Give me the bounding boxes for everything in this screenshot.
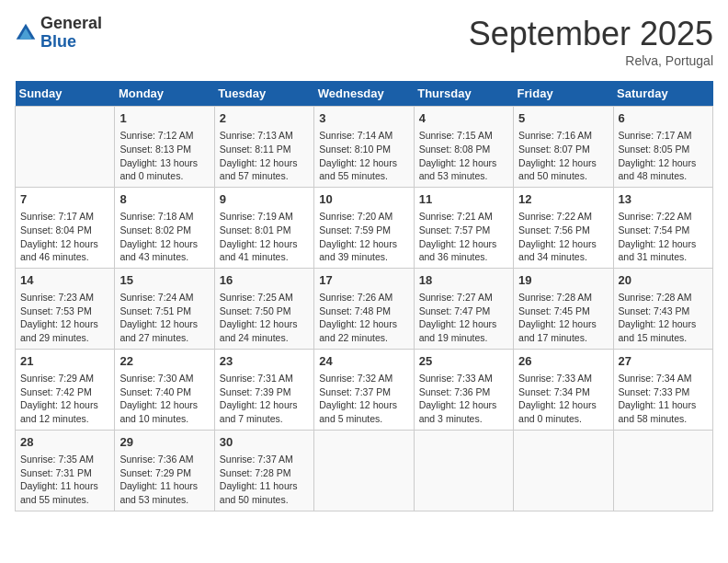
header-cell-saturday: Saturday xyxy=(613,81,712,107)
day-info: Sunrise: 7:34 AMSunset: 7:33 PMDaylight:… xyxy=(619,372,708,426)
day-number: 12 xyxy=(518,191,608,208)
day-number: 15 xyxy=(119,272,209,289)
week-row-1: 1Sunrise: 7:12 AMSunset: 8:13 PMDaylight… xyxy=(16,107,713,188)
calendar-cell xyxy=(314,430,414,511)
day-info: Sunrise: 7:12 AMSunset: 8:13 PMDaylight:… xyxy=(119,129,209,183)
day-info: Sunrise: 7:37 AMSunset: 7:28 PMDaylight:… xyxy=(220,453,309,507)
week-row-5: 28Sunrise: 7:35 AMSunset: 7:31 PMDayligh… xyxy=(16,430,713,511)
calendar-cell: 18Sunrise: 7:27 AMSunset: 7:47 PMDayligh… xyxy=(414,268,513,349)
day-info: Sunrise: 7:26 AMSunset: 7:48 PMDaylight:… xyxy=(319,291,408,345)
title-block: September 2025 Relva, Portugal xyxy=(469,15,713,68)
day-number: 26 xyxy=(518,353,608,370)
day-number: 24 xyxy=(319,353,408,370)
day-number: 4 xyxy=(419,110,508,127)
day-number: 8 xyxy=(119,191,209,208)
calendar-cell: 11Sunrise: 7:21 AMSunset: 7:57 PMDayligh… xyxy=(414,187,513,268)
calendar-cell xyxy=(16,107,115,188)
day-info: Sunrise: 7:32 AMSunset: 7:37 PMDaylight:… xyxy=(319,372,408,426)
header-cell-tuesday: Tuesday xyxy=(214,81,313,107)
header-cell-friday: Friday xyxy=(514,81,613,107)
header-cell-monday: Monday xyxy=(115,81,214,107)
calendar-cell: 3Sunrise: 7:14 AMSunset: 8:10 PMDaylight… xyxy=(314,107,414,188)
day-number: 10 xyxy=(319,191,408,208)
day-number: 9 xyxy=(220,191,309,208)
day-number: 17 xyxy=(319,272,408,289)
day-info: Sunrise: 7:36 AMSunset: 7:29 PMDaylight:… xyxy=(119,453,209,507)
day-info: Sunrise: 7:15 AMSunset: 8:08 PMDaylight:… xyxy=(419,129,508,183)
calendar-cell: 26Sunrise: 7:33 AMSunset: 7:34 PMDayligh… xyxy=(514,349,613,430)
day-info: Sunrise: 7:30 AMSunset: 7:40 PMDaylight:… xyxy=(119,372,209,426)
logo-general-text: General xyxy=(40,14,102,32)
day-number: 14 xyxy=(20,272,109,289)
day-number: 30 xyxy=(220,434,309,451)
header-row: SundayMondayTuesdayWednesdayThursdayFrid… xyxy=(16,81,713,107)
day-number: 29 xyxy=(119,434,209,451)
logo-blue-text: Blue xyxy=(40,32,76,51)
day-info: Sunrise: 7:17 AMSunset: 8:05 PMDaylight:… xyxy=(619,129,708,183)
day-info: Sunrise: 7:18 AMSunset: 8:02 PMDaylight:… xyxy=(119,210,209,264)
location-text: Relva, Portugal xyxy=(469,53,713,68)
logo: General Blue xyxy=(15,15,102,52)
day-number: 18 xyxy=(419,272,508,289)
day-info: Sunrise: 7:24 AMSunset: 7:51 PMDaylight:… xyxy=(119,291,209,345)
day-number: 22 xyxy=(119,353,209,370)
page-header: General Blue September 2025 Relva, Portu… xyxy=(15,15,713,68)
day-info: Sunrise: 7:33 AMSunset: 7:36 PMDaylight:… xyxy=(419,372,508,426)
day-info: Sunrise: 7:21 AMSunset: 7:57 PMDaylight:… xyxy=(419,210,508,264)
day-info: Sunrise: 7:31 AMSunset: 7:39 PMDaylight:… xyxy=(220,372,309,426)
day-info: Sunrise: 7:16 AMSunset: 8:07 PMDaylight:… xyxy=(518,129,608,183)
day-info: Sunrise: 7:23 AMSunset: 7:53 PMDaylight:… xyxy=(20,291,109,345)
calendar-cell: 1Sunrise: 7:12 AMSunset: 8:13 PMDaylight… xyxy=(115,107,214,188)
calendar-cell: 12Sunrise: 7:22 AMSunset: 7:56 PMDayligh… xyxy=(514,187,613,268)
calendar-cell: 24Sunrise: 7:32 AMSunset: 7:37 PMDayligh… xyxy=(314,349,414,430)
month-title: September 2025 xyxy=(469,15,713,53)
day-info: Sunrise: 7:25 AMSunset: 7:50 PMDaylight:… xyxy=(220,291,309,345)
day-info: Sunrise: 7:17 AMSunset: 8:04 PMDaylight:… xyxy=(20,210,109,264)
day-info: Sunrise: 7:27 AMSunset: 7:47 PMDaylight:… xyxy=(419,291,508,345)
calendar-cell: 10Sunrise: 7:20 AMSunset: 7:59 PMDayligh… xyxy=(314,187,414,268)
day-number: 20 xyxy=(619,272,708,289)
day-number: 27 xyxy=(619,353,708,370)
calendar-cell: 22Sunrise: 7:30 AMSunset: 7:40 PMDayligh… xyxy=(115,349,214,430)
calendar-cell: 2Sunrise: 7:13 AMSunset: 8:11 PMDaylight… xyxy=(214,107,313,188)
calendar-cell: 27Sunrise: 7:34 AMSunset: 7:33 PMDayligh… xyxy=(613,349,712,430)
day-info: Sunrise: 7:29 AMSunset: 7:42 PMDaylight:… xyxy=(20,372,109,426)
day-number: 1 xyxy=(119,110,209,127)
calendar-cell: 5Sunrise: 7:16 AMSunset: 8:07 PMDaylight… xyxy=(514,107,613,188)
calendar-cell: 13Sunrise: 7:22 AMSunset: 7:54 PMDayligh… xyxy=(613,187,712,268)
calendar-cell: 14Sunrise: 7:23 AMSunset: 7:53 PMDayligh… xyxy=(16,268,115,349)
calendar-body: 1Sunrise: 7:12 AMSunset: 8:13 PMDaylight… xyxy=(16,107,713,511)
calendar-cell: 9Sunrise: 7:19 AMSunset: 8:01 PMDaylight… xyxy=(214,187,313,268)
header-cell-sunday: Sunday xyxy=(16,81,115,107)
calendar-cell xyxy=(613,430,712,511)
calendar-cell: 29Sunrise: 7:36 AMSunset: 7:29 PMDayligh… xyxy=(115,430,214,511)
calendar-cell: 4Sunrise: 7:15 AMSunset: 8:08 PMDaylight… xyxy=(414,107,513,188)
calendar-cell: 25Sunrise: 7:33 AMSunset: 7:36 PMDayligh… xyxy=(414,349,513,430)
calendar-cell: 15Sunrise: 7:24 AMSunset: 7:51 PMDayligh… xyxy=(115,268,214,349)
day-number: 7 xyxy=(20,191,109,208)
calendar-cell: 20Sunrise: 7:28 AMSunset: 7:43 PMDayligh… xyxy=(613,268,712,349)
day-number: 21 xyxy=(20,353,109,370)
calendar-cell: 30Sunrise: 7:37 AMSunset: 7:28 PMDayligh… xyxy=(214,430,313,511)
calendar-cell: 21Sunrise: 7:29 AMSunset: 7:42 PMDayligh… xyxy=(16,349,115,430)
day-info: Sunrise: 7:35 AMSunset: 7:31 PMDaylight:… xyxy=(20,453,109,507)
calendar-cell: 19Sunrise: 7:28 AMSunset: 7:45 PMDayligh… xyxy=(514,268,613,349)
week-row-3: 14Sunrise: 7:23 AMSunset: 7:53 PMDayligh… xyxy=(16,268,713,349)
day-number: 2 xyxy=(220,110,309,127)
day-info: Sunrise: 7:28 AMSunset: 7:43 PMDaylight:… xyxy=(619,291,708,345)
calendar-cell: 16Sunrise: 7:25 AMSunset: 7:50 PMDayligh… xyxy=(214,268,313,349)
calendar-cell xyxy=(414,430,513,511)
calendar-table: SundayMondayTuesdayWednesdayThursdayFrid… xyxy=(15,81,713,511)
week-row-4: 21Sunrise: 7:29 AMSunset: 7:42 PMDayligh… xyxy=(16,349,713,430)
day-info: Sunrise: 7:22 AMSunset: 7:54 PMDaylight:… xyxy=(619,210,708,264)
header-cell-thursday: Thursday xyxy=(414,81,513,107)
calendar-cell: 7Sunrise: 7:17 AMSunset: 8:04 PMDaylight… xyxy=(16,187,115,268)
day-number: 11 xyxy=(419,191,508,208)
header-cell-wednesday: Wednesday xyxy=(314,81,414,107)
day-info: Sunrise: 7:22 AMSunset: 7:56 PMDaylight:… xyxy=(518,210,608,264)
calendar-cell xyxy=(514,430,613,511)
day-number: 3 xyxy=(319,110,408,127)
day-number: 13 xyxy=(619,191,708,208)
day-info: Sunrise: 7:33 AMSunset: 7:34 PMDaylight:… xyxy=(518,372,608,426)
day-number: 19 xyxy=(518,272,608,289)
